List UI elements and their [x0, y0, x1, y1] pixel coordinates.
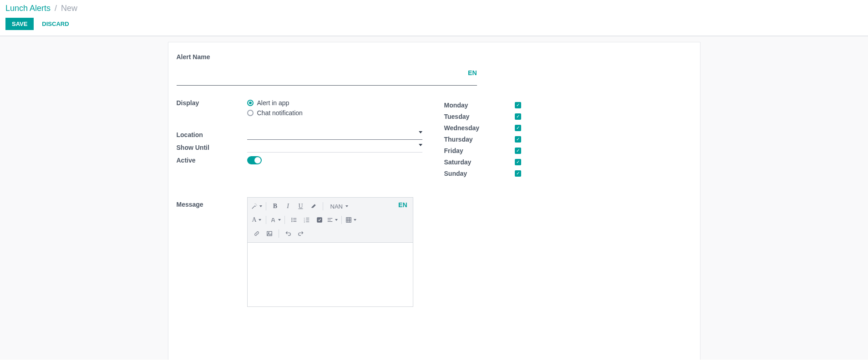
breadcrumb: Lunch Alerts / New	[5, 4, 863, 13]
radio-unselected-icon	[247, 110, 254, 116]
italic-button[interactable]: I	[283, 201, 294, 212]
svg-rect-10	[306, 219, 309, 220]
form-sheet: Alert Name EN Display Alert in app	[168, 42, 700, 360]
day-checkbox-friday[interactable]: ✓	[515, 148, 521, 154]
day-label: Thursday	[444, 136, 515, 143]
svg-rect-14	[327, 219, 330, 220]
breadcrumb-current: New	[61, 4, 77, 13]
active-label: Active	[177, 157, 247, 164]
breadcrumb-sep: /	[55, 4, 57, 13]
day-checkbox-sunday[interactable]: ✓	[515, 170, 521, 177]
show-until-input[interactable]	[247, 143, 422, 153]
editor-toolbar: EN B I U NAN	[248, 198, 413, 243]
font-size-dropdown[interactable]: A	[251, 214, 262, 225]
magic-wand-dropdown[interactable]	[251, 201, 262, 212]
toolbar-sep	[284, 216, 285, 224]
lang-badge[interactable]: EN	[468, 69, 477, 76]
display-radio-app[interactable]: Alert in app	[247, 99, 422, 107]
day-checkbox-wednesday[interactable]: ✓	[515, 125, 521, 131]
ordered-list-button[interactable]: 123	[301, 214, 312, 225]
message-editor: EN B I U NAN	[247, 197, 413, 307]
editor-lang-badge[interactable]: EN	[398, 201, 407, 209]
align-dropdown[interactable]	[327, 214, 338, 225]
content-scroll[interactable]: Alert Name EN Display Alert in app	[0, 36, 868, 360]
svg-rect-5	[293, 221, 296, 222]
day-row-thursday: Thursday ✓	[444, 133, 599, 145]
day-label: Tuesday	[444, 113, 515, 120]
alert-name-block: Alert Name EN	[177, 53, 477, 86]
day-label: Wednesday	[444, 124, 515, 132]
svg-text:3: 3	[304, 221, 305, 223]
form-col-left: Display Alert in app Chat notification	[177, 99, 422, 179]
radio-selected-icon	[247, 100, 254, 106]
undo-button[interactable]	[283, 228, 294, 239]
day-label: Monday	[444, 102, 515, 109]
redo-button[interactable]	[295, 228, 306, 239]
underline-button[interactable]: U	[295, 201, 306, 212]
image-button[interactable]	[264, 228, 275, 239]
day-row-saturday: Saturday ✓	[444, 156, 599, 168]
link-button[interactable]	[251, 228, 262, 239]
svg-point-0	[291, 218, 292, 219]
svg-rect-11	[306, 222, 309, 222]
day-row-sunday: Sunday ✓	[444, 168, 599, 179]
svg-rect-12	[317, 218, 322, 223]
toolbar-sep	[323, 202, 323, 210]
svg-point-2	[291, 221, 292, 222]
alert-name-input[interactable]	[177, 74, 477, 86]
message-editor-area[interactable]	[248, 243, 413, 306]
day-label: Sunday	[444, 170, 515, 177]
day-checkbox-saturday[interactable]: ✓	[515, 159, 521, 165]
alert-name-label: Alert Name	[177, 53, 477, 61]
table-dropdown[interactable]	[345, 214, 356, 225]
svg-rect-9	[306, 218, 309, 218]
bold-button[interactable]: B	[270, 201, 281, 212]
svg-rect-4	[293, 219, 296, 220]
svg-rect-16	[346, 218, 351, 223]
show-until-label: Show Until	[177, 144, 247, 151]
font-dropdown[interactable]: NAN	[329, 201, 350, 212]
svg-rect-15	[327, 221, 332, 222]
day-label: Saturday	[444, 158, 515, 166]
day-checkbox-monday[interactable]: ✓	[515, 102, 521, 108]
discard-button[interactable]: DISCARD	[36, 18, 75, 30]
svg-rect-13	[327, 218, 332, 219]
header: Lunch Alerts / New SAVE DISCARD	[0, 0, 868, 30]
checklist-button[interactable]	[314, 214, 325, 225]
display-label: Display	[177, 99, 247, 107]
display-radio-chat[interactable]: Chat notification	[247, 109, 422, 117]
toolbar-sep	[279, 229, 279, 238]
svg-point-1	[291, 219, 292, 220]
eraser-button[interactable]	[308, 201, 319, 212]
toolbar-sep	[266, 216, 266, 224]
svg-point-22	[268, 233, 269, 234]
message-label: Message	[177, 197, 247, 307]
location-label: Location	[177, 131, 247, 138]
action-buttons: SAVE DISCARD	[5, 18, 863, 30]
day-row-tuesday: Tuesday ✓	[444, 111, 599, 122]
day-row-friday: Friday ✓	[444, 145, 599, 156]
location-input[interactable]	[247, 130, 422, 140]
day-row-wednesday: Wednesday ✓	[444, 122, 599, 133]
toolbar-sep	[341, 216, 342, 224]
display-radio-chat-label: Chat notification	[257, 109, 303, 117]
message-section: Message EN B I U	[177, 197, 692, 307]
svg-rect-3	[293, 218, 296, 219]
day-label: Friday	[444, 147, 515, 154]
active-toggle[interactable]	[247, 156, 262, 164]
display-radio-app-label: Alert in app	[257, 99, 289, 107]
form-columns: Display Alert in app Chat notification	[177, 99, 692, 179]
day-row-monday: Monday ✓	[444, 99, 599, 111]
day-checkbox-thursday[interactable]: ✓	[515, 136, 521, 143]
day-checkbox-tuesday[interactable]: ✓	[515, 113, 521, 120]
save-button[interactable]: SAVE	[5, 18, 34, 30]
breadcrumb-parent-link[interactable]: Lunch Alerts	[5, 4, 51, 13]
unordered-list-button[interactable]	[289, 214, 299, 225]
toolbar-sep	[266, 202, 266, 210]
form-col-right: Monday ✓ Tuesday ✓ Wednesday ✓ Thursday …	[444, 99, 599, 179]
text-color-dropdown[interactable]	[270, 214, 281, 225]
